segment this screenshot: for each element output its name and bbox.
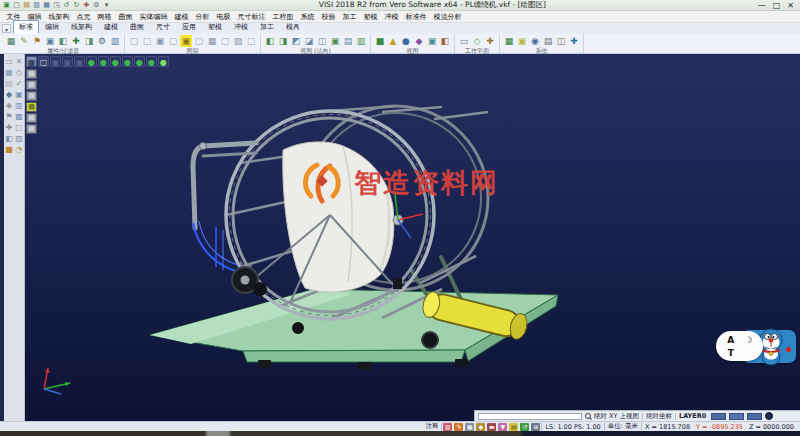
half-view-icon[interactable]: ◧ [4, 134, 14, 144]
toolbar-tab[interactable]: 建模 [98, 20, 124, 34]
view-top-icon[interactable]: ◧ [264, 35, 276, 47]
redo-icon[interactable]: ↻ [72, 1, 81, 10]
hatch-icon[interactable]: ▩ [14, 112, 24, 122]
maximize-button[interactable]: □ [773, 1, 781, 10]
marker-icon[interactable]: ▼ [498, 423, 507, 431]
view-right-icon[interactable]: ◪ [303, 35, 315, 47]
grid-toggle-icon[interactable]: ⊞ [531, 423, 540, 431]
view-iso-icon[interactable]: ▤ [342, 35, 354, 47]
pen-icon[interactable]: ✎ [454, 423, 463, 431]
globe-view-button[interactable]: ● [134, 56, 145, 67]
view-normal-icon[interactable]: ▥ [355, 35, 367, 47]
history-icon[interactable]: ◔ [14, 145, 24, 155]
globe-view-button[interactable]: ● [86, 56, 97, 67]
archive-icon[interactable]: ◫ [555, 35, 567, 47]
match-properties-icon[interactable]: ▣ [44, 35, 56, 47]
view-slot-button[interactable]: ▣ [74, 56, 85, 67]
mesh-icon[interactable]: ▨ [14, 134, 24, 144]
pan-button[interactable]: ▢ [38, 56, 49, 67]
color-swatch[interactable] [729, 413, 744, 420]
view-bottom-icon[interactable]: ◨ [277, 35, 289, 47]
globe-view-button[interactable]: ● [122, 56, 133, 67]
ortho-icon[interactable]: ▬ [487, 423, 496, 431]
undo-icon[interactable]: ↺ [62, 1, 71, 10]
globe-view-button[interactable]: ● [146, 56, 157, 67]
snap-mid-icon[interactable]: ◆ [4, 90, 14, 100]
shirt-button[interactable]: T [728, 348, 734, 358]
view-layer-button[interactable]: ▤ [26, 124, 37, 134]
magnet-snap-icon[interactable]: ◆ [476, 423, 485, 431]
system-settings-icon[interactable]: ▦ [503, 35, 515, 47]
system-add-icon[interactable]: ✚ [568, 35, 580, 47]
grid-snap-icon[interactable]: ▦ [465, 423, 474, 431]
view-slot-button[interactable]: ▣ [62, 56, 73, 67]
toolbar-options-icon[interactable]: ▾ [2, 24, 11, 33]
list-filter-icon[interactable]: ▥ [109, 35, 121, 47]
layer-icon[interactable]: ▢ [128, 35, 140, 47]
add-icon[interactable]: ✚ [82, 1, 91, 10]
add-entity-icon[interactable]: ✚ [4, 123, 14, 133]
globe-view-active-button[interactable]: ● [158, 56, 169, 67]
dark-mode-button[interactable]: ☽ [744, 335, 752, 345]
view-left-icon[interactable]: ◩ [290, 35, 302, 47]
menu-item[interactable]: 加工 [339, 12, 360, 22]
confirm-icon[interactable]: ✓ [14, 79, 24, 89]
view-mode-label[interactable]: 绝对 XY 上视图 [594, 412, 639, 421]
section-view-icon[interactable]: ◧ [439, 35, 451, 47]
layer-icon[interactable]: ▢ [245, 35, 257, 47]
text-annotate-button[interactable]: A [727, 335, 734, 345]
toolbar-tab[interactable]: 冲模 [228, 20, 254, 34]
colors-icon[interactable]: ▣ [516, 35, 528, 47]
filter-icon[interactable]: ◧ [57, 35, 69, 47]
globe-view-button[interactable]: ● [98, 56, 109, 67]
view-slot-button[interactable]: ▣ [50, 56, 61, 67]
settings-icon[interactable]: ⚙ [92, 1, 101, 10]
wireframe-view-icon[interactable]: ▲ [387, 35, 399, 47]
toolbar-tab[interactable]: 标准 [13, 20, 39, 34]
menu-item[interactable]: 模流分析 [430, 12, 465, 22]
plane-toggle-icon[interactable]: ▤ [509, 423, 518, 431]
minimize-button[interactable]: — [758, 1, 766, 10]
zoom-window-icon[interactable]: ◆ [413, 35, 425, 47]
workplane-icon[interactable]: ▭ [458, 35, 470, 47]
globe-view-button[interactable]: ● [110, 56, 121, 67]
zoom-all-icon[interactable]: ● [400, 35, 412, 47]
table-icon[interactable]: ▤ [542, 35, 554, 47]
print-icon[interactable]: ◳ [52, 1, 61, 10]
toolbar-tab[interactable]: 应用 [176, 20, 202, 34]
save-icon[interactable]: ▥ [32, 1, 41, 10]
snap-center-icon[interactable]: ◈ [4, 101, 14, 111]
close-button[interactable]: ✕ [787, 1, 794, 10]
save-all-icon[interactable]: ▦ [42, 1, 51, 10]
search-icon[interactable] [585, 413, 591, 419]
toolbar-tab[interactable]: 曲面 [124, 20, 150, 34]
menu-item[interactable]: 冲模 [381, 12, 402, 22]
annotation-style-icon[interactable]: ▥ [443, 423, 452, 431]
grid-view-button[interactable]: ▦ [26, 56, 37, 67]
paint-attribute-icon[interactable]: ⚑ [31, 35, 43, 47]
active-layer-label[interactable]: LAYER0 [679, 412, 706, 420]
toolbar-tab[interactable]: 塑模 [202, 20, 228, 34]
mask-filter-icon[interactable]: ◨ [83, 35, 95, 47]
drawing-canvas[interactable]: ▦▢▣▣▣●●●●●●● ▤▤▤▤▤▤ [25, 54, 800, 421]
menu-item[interactable]: 塑模 [360, 12, 381, 22]
toolbar-tab[interactable]: 模具 [280, 20, 306, 34]
delete-icon[interactable]: ✕ [14, 57, 24, 67]
view-front-icon[interactable]: ◫ [316, 35, 328, 47]
layer-icon[interactable]: ▣ [154, 35, 166, 47]
toolbar-tab[interactable]: 线架构 [65, 20, 98, 34]
3d-model[interactable] [143, 82, 573, 372]
active-layer-icon[interactable]: ▣ [180, 35, 192, 47]
layer-filter-icon[interactable]: ▤ [4, 79, 14, 89]
globe-icon[interactable]: ◉ [529, 35, 541, 47]
select-icon[interactable]: ▭ [4, 57, 14, 67]
more-options-icon[interactable]: ▾ [102, 1, 111, 10]
layer-on-off-icon[interactable]: ▧ [232, 35, 244, 47]
layer-manager-icon[interactable]: ▦ [206, 35, 218, 47]
refresh-icon[interactable]: ↺ [520, 423, 529, 431]
annotation-label[interactable]: 注释 [425, 422, 438, 431]
flag-icon[interactable]: ⚑ [4, 112, 14, 122]
toolbar-tab[interactable]: 编辑 [39, 20, 65, 34]
box-select-icon[interactable]: ▣ [14, 90, 24, 100]
open-folder-icon[interactable]: ▤ [22, 1, 31, 10]
